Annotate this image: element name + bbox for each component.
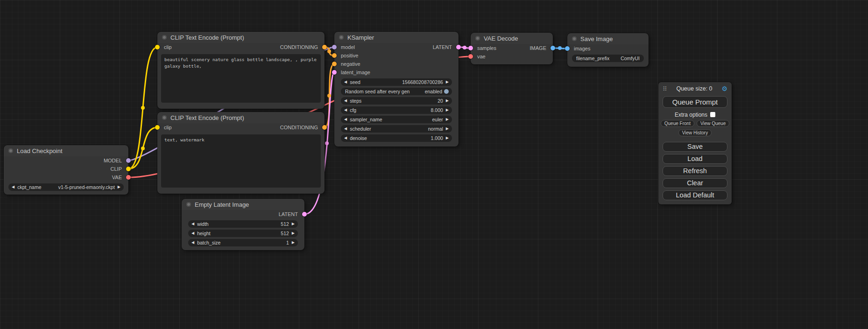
- node-clip-text-encode-negative: CLIP Text Encode (Prompt) clip CONDITION…: [157, 112, 325, 194]
- widget-value[interactable]: ComfyUI: [621, 56, 640, 61]
- wire-midpoint-dot: [325, 141, 329, 145]
- load-button[interactable]: Load: [663, 154, 727, 164]
- collapse-dot-icon[interactable]: [162, 35, 167, 40]
- widget-steps[interactable]: ◀ steps 20 ▶: [341, 97, 452, 105]
- view-history-button[interactable]: View History: [678, 129, 712, 136]
- widget-scheduler[interactable]: ◀ scheduler normal ▶: [341, 125, 452, 133]
- widget-height[interactable]: ◀ height 512 ▶: [188, 230, 298, 237]
- output-port-vae[interactable]: [126, 175, 131, 180]
- queue-front-button[interactable]: Queue Front: [661, 120, 694, 127]
- decrement-arrow-icon[interactable]: ◀: [344, 118, 347, 121]
- collapse-dot-icon[interactable]: [162, 115, 167, 120]
- slot-row: clip CONDITIONING: [157, 43, 325, 51]
- decrement-arrow-icon[interactable]: ◀: [191, 241, 194, 245]
- save-button[interactable]: Save: [663, 142, 727, 152]
- view-queue-button[interactable]: View Queue: [697, 120, 729, 127]
- widget-cfg[interactable]: ◀ cfg 8.000 ▶: [341, 106, 452, 114]
- collapse-dot-icon[interactable]: [186, 202, 191, 207]
- input-port-latent-image[interactable]: [332, 70, 337, 75]
- widget-width[interactable]: ◀ width 512 ▶: [188, 220, 298, 228]
- input-port-clip[interactable]: [155, 45, 160, 49]
- widget-value[interactable]: 512: [281, 221, 289, 227]
- queue-prompt-button[interactable]: Queue Prompt: [663, 96, 727, 108]
- menu-panel: ⠿ Queue size: 0 ⚙ Queue Prompt Extra opt…: [658, 82, 732, 204]
- decrement-arrow-icon[interactable]: ◀: [344, 127, 347, 131]
- load-default-button[interactable]: Load Default: [663, 190, 727, 200]
- increment-arrow-icon[interactable]: ▶: [446, 118, 449, 121]
- node-title-bar[interactable]: Load Checkpoint: [4, 145, 128, 156]
- input-port-model[interactable]: [332, 45, 337, 49]
- widget-value[interactable]: 1: [286, 240, 289, 245]
- decrement-arrow-icon[interactable]: ◀: [191, 231, 194, 235]
- menu-header: ⠿ Queue size: 0 ⚙: [663, 85, 727, 92]
- input-port-clip[interactable]: [155, 125, 160, 130]
- decrement-arrow-icon[interactable]: ◀: [191, 222, 194, 226]
- increment-arrow-icon[interactable]: ▶: [292, 241, 295, 245]
- input-port-images[interactable]: [565, 46, 570, 51]
- widget-value[interactable]: 8.000: [431, 107, 443, 113]
- widget-value[interactable]: 1.000: [431, 135, 443, 141]
- node-title-bar[interactable]: KSampler: [334, 32, 459, 43]
- node-title-bar[interactable]: Empty Latent Image: [182, 199, 304, 210]
- widget-label: height: [197, 231, 211, 236]
- clear-button[interactable]: Clear: [663, 178, 727, 188]
- input-port-positive[interactable]: [332, 53, 337, 58]
- decrement-arrow-icon[interactable]: ◀: [344, 99, 347, 103]
- settings-gear-icon[interactable]: ⚙: [721, 85, 727, 92]
- input-port-negative[interactable]: [332, 62, 337, 66]
- widget-random-seed-toggle[interactable]: Random seed after every gen enabled: [341, 88, 452, 95]
- decrement-arrow-icon[interactable]: ◀: [344, 108, 347, 112]
- node-title-bar[interactable]: CLIP Text Encode (Prompt): [157, 32, 325, 43]
- prompt-textarea[interactable]: text, watermark: [161, 134, 321, 188]
- increment-arrow-icon[interactable]: ▶: [446, 108, 449, 112]
- increment-arrow-icon[interactable]: ▶: [446, 136, 449, 140]
- increment-arrow-icon[interactable]: ▶: [446, 127, 449, 131]
- widget-denoise[interactable]: ◀ denoise 1.000 ▶: [341, 134, 452, 142]
- output-port-model[interactable]: [126, 158, 131, 163]
- widget-value[interactable]: 512: [281, 231, 289, 236]
- node-title-bar[interactable]: VAE Decode: [471, 33, 553, 44]
- widget-value[interactable]: normal: [428, 126, 443, 132]
- decrement-arrow-icon[interactable]: ◀: [344, 80, 347, 84]
- extra-options-checkbox[interactable]: [710, 112, 715, 117]
- prompt-textarea[interactable]: beautiful scenery nature glass bottle la…: [161, 54, 321, 103]
- widget-value: enabled: [425, 89, 442, 94]
- widget-seed[interactable]: ◀ seed 156680208700286 ▶: [341, 78, 452, 86]
- widget-value[interactable]: 20: [438, 98, 443, 104]
- output-port-conditioning[interactable]: [322, 125, 327, 130]
- widget-sampler-name[interactable]: ◀ sampler_name euler ▶: [341, 116, 452, 123]
- collapse-dot-icon[interactable]: [8, 148, 13, 153]
- increment-arrow-icon[interactable]: ▶: [292, 222, 295, 226]
- collapse-dot-icon[interactable]: [339, 35, 344, 40]
- node-ksampler: KSampler model LATENT positive negative …: [334, 32, 459, 147]
- widget-value[interactable]: euler: [432, 117, 443, 122]
- refresh-button[interactable]: Refresh: [663, 166, 727, 176]
- wire-midpoint-dot: [141, 106, 145, 110]
- widget-ckpt-name[interactable]: ◀ ckpt_name v1-5-pruned-emaonly.ckpt ▶: [8, 183, 124, 191]
- output-port-clip[interactable]: [126, 167, 131, 171]
- widget-label: Random seed after every gen: [345, 89, 409, 94]
- increment-arrow-icon[interactable]: ▶: [446, 80, 449, 84]
- node-graph-canvas[interactable]: { "icons": { "drag_handle": "⠿", "gear":…: [0, 0, 868, 329]
- output-port-latent[interactable]: [302, 212, 307, 217]
- output-port-conditioning[interactable]: [322, 45, 327, 49]
- node-title-bar[interactable]: Save Image: [567, 33, 649, 44]
- input-port-vae[interactable]: [468, 54, 473, 59]
- widget-batch-size[interactable]: ◀ batch_size 1 ▶: [188, 239, 298, 246]
- decrement-arrow-icon[interactable]: ◀: [12, 185, 14, 189]
- increment-arrow-icon[interactable]: ▶: [446, 99, 449, 103]
- output-port-image[interactable]: [550, 46, 555, 50]
- input-port-samples[interactable]: [468, 46, 473, 50]
- node-title-bar[interactable]: CLIP Text Encode (Prompt): [157, 112, 325, 123]
- widget-value[interactable]: 156680208700286: [402, 79, 443, 85]
- widget-filename-prefix[interactable]: filename_prefix ComfyUI: [572, 55, 644, 62]
- output-port-latent[interactable]: [456, 45, 461, 49]
- increment-arrow-icon[interactable]: ▶: [118, 185, 120, 189]
- collapse-dot-icon[interactable]: [572, 36, 577, 41]
- increment-arrow-icon[interactable]: ▶: [292, 231, 295, 235]
- collapse-dot-icon[interactable]: [475, 36, 480, 41]
- widget-value[interactable]: v1-5-pruned-emaonly.ckpt: [58, 184, 115, 190]
- drag-handle-icon[interactable]: ⠿: [663, 85, 667, 92]
- decrement-arrow-icon[interactable]: ◀: [344, 136, 347, 140]
- toggle-dot[interactable]: [444, 89, 449, 94]
